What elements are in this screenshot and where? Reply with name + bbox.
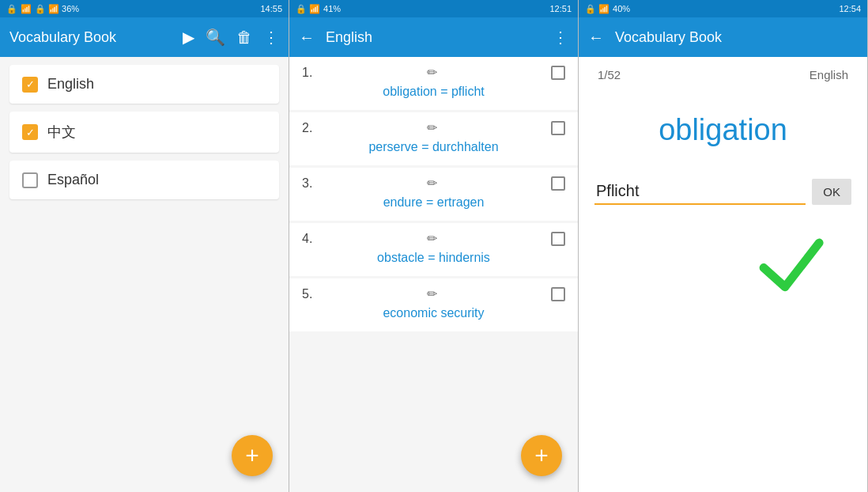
app-bar-title-1: Vocabulary Book [9,29,172,46]
more-vert-icon-2[interactable]: ⋮ [553,28,568,47]
label-espanol: Español [47,172,99,188]
back-icon-2[interactable]: ← [299,28,315,47]
word-number-5: 5. [302,287,312,301]
word-translation-3: endure = ertragen [302,195,565,210]
status-icons-2: 🔒 📶 [296,4,320,14]
correct-checkmark-icon [757,229,828,300]
add-word-button[interactable]: + [521,435,562,476]
flashcard-body: 1/52 English obligation OK [579,57,867,492]
word-translation-2: perserve = durchhalten [302,140,565,154]
word-checkbox-5[interactable] [551,287,565,301]
word-item-top-2: 2. ✏ [302,120,565,135]
word-list: 1. ✏ obligation = pflicht 2. ✏ perserve … [289,57,578,492]
word-item-3[interactable]: 3. ✏ endure = ertragen [289,168,578,221]
app-bar-2: ← English ⋮ [289,17,578,57]
word-item-top-1: 1. ✏ [302,65,565,80]
word-checkbox-2[interactable] [551,121,565,135]
status-left-1: 🔒 📶 🔒 📶 36% [6,4,79,14]
checkbox-english[interactable]: ✓ [22,77,38,93]
status-time-3: 12:54 [839,4,861,13]
word-translation-4: obstacle = hindernis [302,251,565,265]
checkmark-area [594,229,851,300]
word-checkbox-3[interactable] [551,176,565,191]
app-bar-title-3: Vocabulary Book [615,29,858,46]
app-bar-title-2: English [326,29,542,46]
panel-flashcard: 🔒 📶 40% 12:54 ← Vocabulary Book 1/52 Eng… [579,0,868,492]
flashcard-language: English [810,68,848,81]
signal-icon-1: 📶 [21,4,32,14]
word-item-top-3: 3. ✏ [302,176,565,191]
panel-vocab-list: 🔒 📶 🔒 📶 36% 14:55 Vocabulary Book ▶ 🔍 🗑 … [0,0,289,492]
status-time-1: 14:55 [260,4,282,13]
battery-3: 40% [613,4,630,13]
checkbox-espanol[interactable] [22,172,38,188]
word-item-2[interactable]: 2. ✏ perserve = durchhalten [289,112,578,165]
battery-2: 41% [323,4,341,13]
word-item-top-4: 4. ✏ [302,231,565,246]
app-bar-3: ← Vocabulary Book [579,17,867,57]
word-number-4: 4. [302,232,312,246]
label-chinese: 中文 [47,123,76,142]
word-number-3: 3. [302,176,312,191]
status-icons-1: 🔒 [6,4,17,14]
battery-1: 🔒 📶 36% [35,4,79,14]
flashcard-answer-input[interactable] [594,179,806,205]
list-item-espanol[interactable]: Español [9,161,279,199]
checkbox-chinese[interactable]: ✓ [22,124,38,140]
flashcard-input-row: OK [594,179,851,205]
word-number-2: 2. [302,121,312,135]
list-item-english[interactable]: ✓ English [9,65,279,104]
play-icon[interactable]: ▶ [183,28,194,47]
word-item-top-5: 5. ✏ [302,286,565,301]
word-item-1[interactable]: 1. ✏ obligation = pflicht [289,57,578,110]
word-translation-5: economic security [302,306,565,320]
pencil-icon-2[interactable]: ✏ [427,120,437,135]
word-translation-1: obligation = pflicht [302,85,565,99]
more-vert-icon[interactable]: ⋮ [263,28,279,47]
app-bar-1: Vocabulary Book ▶ 🔍 🗑 ⋮ [0,17,289,57]
word-checkbox-4[interactable] [551,232,565,246]
trash-icon[interactable]: 🗑 [236,28,252,47]
add-vocab-button[interactable]: + [232,435,273,476]
word-number-1: 1. [302,66,312,80]
vocab-list: ✓ English ✓ 中文 Español [0,57,289,492]
status-left-2: 🔒 📶 41% [296,4,341,14]
pencil-icon-4[interactable]: ✏ [427,231,437,246]
panel-word-list: 🔒 📶 41% 12:51 ← English ⋮ 1. ✏ obligatio… [289,0,579,492]
pencil-icon-3[interactable]: ✏ [427,176,437,191]
flashcard-question: obligation [594,113,851,147]
word-item-5[interactable]: 5. ✏ economic security [289,278,578,331]
flashcard-progress: 1/52 [598,68,621,81]
back-icon-3[interactable]: ← [588,28,604,47]
pencil-icon-5[interactable]: ✏ [427,286,437,301]
label-english: English [47,76,94,93]
search-icon[interactable]: 🔍 [206,28,225,47]
pencil-icon-1[interactable]: ✏ [427,65,437,80]
status-bar-3: 🔒 📶 40% 12:54 [579,0,867,17]
word-item-4[interactable]: 4. ✏ obstacle = hindernis [289,223,578,276]
flashcard-ok-button[interactable]: OK [812,179,851,205]
status-left-3: 🔒 📶 40% [585,4,630,14]
word-checkbox-1[interactable] [551,66,565,80]
status-bar-2: 🔒 📶 41% 12:51 [289,0,578,17]
flashcard-meta: 1/52 English [594,57,851,89]
status-time-2: 12:51 [549,4,572,13]
list-item-chinese[interactable]: ✓ 中文 [9,112,279,153]
status-icons-3: 🔒 📶 [585,4,609,14]
status-bar-1: 🔒 📶 🔒 📶 36% 14:55 [0,0,289,17]
